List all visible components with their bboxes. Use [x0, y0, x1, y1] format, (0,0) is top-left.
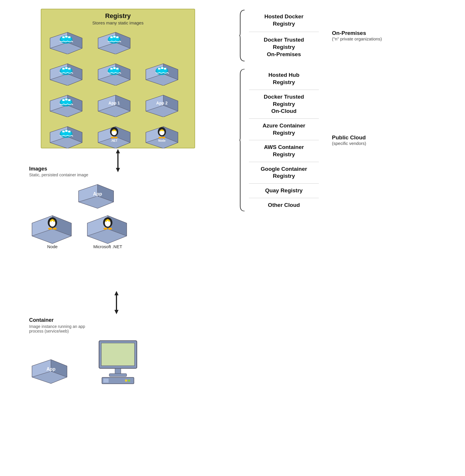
svg-rect-51 — [62, 99, 65, 101]
list-item: Node — [143, 124, 189, 153]
public-cloud-items: Hosted HubRegistry Docker TrustedRegistr… — [239, 68, 325, 212]
on-premises-item-2: Docker TrustedRegistryOn-Premises — [243, 32, 325, 62]
pc-item-7: Other Cloud — [243, 198, 325, 212]
registry-item-label: Hosted DockerRegistry — [249, 13, 319, 27]
svg-point-125 — [103, 228, 107, 230]
images-title: Images — [29, 166, 131, 172]
on-premises-items: Hosted DockerRegistry Docker TrustedRegi… — [239, 9, 325, 62]
list-item — [47, 61, 93, 90]
svg-rect-71 — [65, 130, 68, 132]
diagram-wrapper: Registry Stores many static images — [0, 0, 465, 476]
svg-point-83 — [114, 137, 118, 138]
list-item: App 1 — [95, 92, 141, 121]
container-subtitle: Image instance running an app process (s… — [29, 324, 96, 333]
registry-container-grid: App 1 App 2 — [44, 29, 192, 153]
registry-subtitle: Stores many static images — [44, 20, 192, 25]
svg-rect-128 — [116, 295, 117, 310]
svg-rect-137 — [115, 368, 121, 374]
registry-item-label: Docker TrustedRegistryOn-Cloud — [249, 93, 319, 115]
registry-box: Registry Stores many static images — [41, 9, 195, 148]
svg-point-126 — [108, 228, 112, 230]
svg-point-124 — [106, 219, 109, 221]
svg-rect-140 — [103, 379, 109, 383]
svg-text:App: App — [46, 367, 55, 372]
svg-rect-52 — [65, 99, 68, 100]
svg-text:App 1: App 1 — [108, 101, 120, 105]
container-section: Container Image instance running an app … — [29, 317, 146, 386]
images-section: Images Static, persisted container image… — [29, 166, 131, 249]
svg-rect-25 — [65, 67, 68, 69]
on-premises-label: On-Premises — [332, 30, 382, 36]
pc-item-6: Quay Registry — [243, 184, 325, 198]
svg-rect-6 — [62, 36, 65, 38]
pc-item-2: Docker TrustedRegistryOn-Cloud — [243, 90, 325, 118]
list-item — [47, 124, 93, 153]
pc-item-5: Google ContainerRegistry — [243, 162, 325, 183]
svg-text:App 2: App 2 — [156, 101, 168, 105]
svg-point-115 — [53, 228, 57, 230]
svg-rect-44 — [164, 68, 166, 70]
svg-rect-7 — [65, 36, 68, 38]
list-item — [47, 92, 93, 121]
right-panel: Hosted DockerRegistry Docker TrustedRegi… — [239, 9, 460, 212]
svg-rect-8 — [68, 36, 70, 38]
svg-rect-70 — [62, 131, 65, 132]
svg-point-142 — [125, 379, 127, 382]
svg-point-81 — [113, 129, 115, 131]
on-premises-sublabel: ("n" private organizations) — [332, 36, 382, 41]
node-container: Node — [29, 212, 76, 249]
on-premises-item-1: Hosted DockerRegistry — [243, 9, 325, 32]
svg-point-94 — [158, 137, 162, 138]
on-premises-label-col: On-Premises ("n" private organizations) — [325, 9, 382, 62]
pc-item-1: Hosted HubRegistry — [243, 68, 325, 89]
registry-item-label: AWS ContainerRegistry — [249, 144, 319, 158]
list-item: App 2 — [143, 92, 189, 121]
public-cloud-label-col: Public Cloud (specific vendors) — [325, 68, 366, 212]
pc-item-4: AWS ContainerRegistry — [243, 140, 325, 161]
list-item — [95, 29, 141, 58]
registry-item-label: Quay Registry — [249, 187, 319, 194]
on-premises-group: Hosted DockerRegistry Docker TrustedRegi… — [239, 9, 460, 62]
server-monitor — [93, 338, 146, 386]
svg-rect-136 — [101, 343, 135, 366]
svg-point-114 — [48, 228, 52, 230]
node-label: Node — [47, 244, 58, 249]
container-title: Container — [29, 317, 146, 323]
registry-item-label: Other Cloud — [249, 202, 319, 209]
svg-rect-17 — [116, 36, 119, 38]
svg-rect-16 — [113, 36, 116, 38]
svg-rect-33 — [110, 68, 113, 70]
public-cloud-group: Hosted HubRegistry Docker TrustedRegistr… — [239, 68, 460, 212]
svg-rect-53 — [68, 99, 70, 101]
svg-point-93 — [161, 129, 163, 131]
svg-rect-43 — [161, 67, 163, 69]
svg-point-82 — [111, 137, 114, 138]
svg-marker-97 — [116, 149, 120, 153]
app-container: App — [76, 182, 119, 209]
public-cloud-label: Public Cloud — [332, 134, 366, 141]
list-item — [143, 29, 189, 58]
svg-rect-15 — [110, 36, 113, 38]
svg-rect-24 — [62, 68, 65, 70]
svg-rect-72 — [68, 131, 70, 132]
registry-title: Registry — [44, 12, 192, 20]
container-app: App — [29, 357, 73, 386]
svg-point-95 — [162, 137, 165, 138]
arrow-images-to-container — [112, 291, 121, 315]
public-cloud-sublabel: (specific vendors) — [332, 141, 366, 146]
svg-marker-129 — [114, 310, 119, 314]
svg-text:Node: Node — [158, 139, 166, 142]
svg-text:.NET: .NET — [111, 139, 117, 142]
svg-rect-42 — [158, 68, 160, 70]
list-item: .NET — [95, 124, 141, 153]
svg-point-141 — [128, 379, 130, 382]
images-subtitle: Static, persisted container image — [29, 173, 131, 177]
registry-item-label: Azure ContainerRegistry — [249, 122, 319, 136]
net-label: Microsoft .NET — [93, 244, 122, 249]
svg-rect-34 — [113, 67, 116, 69]
svg-rect-26 — [68, 68, 70, 70]
svg-marker-127 — [114, 291, 119, 295]
list-item — [47, 29, 93, 58]
list-item — [143, 61, 189, 90]
svg-rect-138 — [109, 374, 127, 376]
